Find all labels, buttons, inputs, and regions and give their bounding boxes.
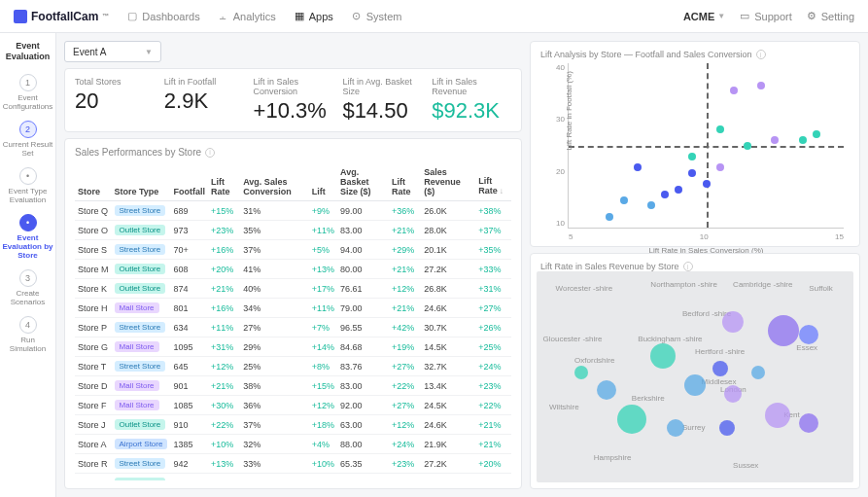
info-icon[interactable]: i [756, 50, 766, 59]
table-row[interactable]: Store N Outlet Store 828 +18% 29% +9% 74… [75, 474, 511, 481]
table-row[interactable]: Store T Street Store 645 +12% 25% +8% 83… [75, 357, 511, 376]
data-point[interactable] [757, 82, 765, 89]
data-point[interactable] [799, 136, 807, 144]
data-point[interactable] [744, 142, 751, 150]
setting-link[interactable]: ⚙ Setting [806, 11, 854, 22]
info-icon[interactable]: i [683, 262, 693, 271]
column-header[interactable]: Lift Rate [389, 163, 421, 201]
table-row[interactable]: Store M Outlet Store 608 +20% 41% +13% 8… [75, 260, 511, 279]
cell-type: Mall Store [112, 337, 171, 357]
map-canvas[interactable]: Worcester -shireNorthampton -shireCambri… [537, 271, 853, 482]
map-bubble[interactable] [574, 366, 588, 379]
cell-lift-rate: +16% [208, 240, 240, 260]
table-row[interactable]: Store H Mall Store 801 +16% 34% +11% 79.… [75, 299, 511, 318]
data-point[interactable] [730, 87, 738, 94]
table-row[interactable]: Store P Street Store 634 +11% 27% +7% 96… [75, 318, 511, 337]
map-bubble[interactable] [768, 315, 799, 346]
cell-lift-rate-2: +27% [389, 357, 421, 376]
nav-apps[interactable]: ▦ Apps [294, 11, 333, 22]
data-point[interactable] [620, 196, 628, 204]
column-header[interactable]: Store Type [112, 163, 171, 201]
data-point[interactable] [716, 125, 724, 133]
column-header[interactable]: Lift [309, 163, 337, 201]
table-row[interactable]: Store G Mall Store 1095 +31% 29% +14% 84… [75, 337, 511, 357]
map-bubble[interactable] [799, 325, 818, 344]
table-row[interactable]: Store R Street Store 942 +13% 33% +10% 6… [75, 454, 511, 474]
data-point[interactable] [703, 180, 711, 188]
table-scroll[interactable]: StoreStore TypeFootfallLift RateAvg. Sal… [75, 163, 511, 480]
table-row[interactable]: Store A Airport Store 1385 +10% 32% +4% … [75, 435, 511, 454]
sidebar-step-create-scenarios[interactable]: 3 Create Scenarios [0, 266, 55, 310]
table-row[interactable]: Store F Mall Store 1085 +30% 36% +12% 92… [75, 396, 511, 415]
map-bubble[interactable] [667, 419, 684, 437]
logo-icon [14, 10, 27, 23]
nav-dashboards[interactable]: ▢ Dashboards [126, 11, 199, 22]
sidebar-step-configurations[interactable]: 1 Event Configurations [0, 70, 55, 115]
column-header[interactable]: Sales Revenue ($) [421, 163, 475, 201]
data-point[interactable] [688, 169, 696, 177]
cell-revenue: 26.0K [421, 201, 475, 221]
sidebar-step-event-type[interactable]: • Event Type Evaluation [0, 163, 55, 208]
column-header[interactable]: Lift Rate↓ [475, 163, 511, 201]
map-region-label: Hampshire [594, 453, 632, 462]
cell-footfall: 70+ [170, 240, 208, 260]
column-header[interactable]: Avg. Sales Conversion [240, 163, 309, 201]
table-row[interactable]: Store K Outlet Store 874 +21% 40% +17% 7… [75, 279, 511, 299]
topbar: FootfallCam™ ▢ Dashboards ⫠ Analytics ▦ … [0, 0, 868, 33]
cell-conversion: 29% [240, 474, 309, 481]
map-bubble[interactable] [650, 343, 676, 369]
cell-lift-rate-2: +12% [389, 415, 421, 435]
table-row[interactable]: Store S Street Store 70+ +16% 37% +5% 94… [75, 240, 511, 260]
nav-analytics[interactable]: ⫠ Analytics [218, 11, 276, 22]
sidebar-step-run-simulation[interactable]: 4 Run Simulation [0, 312, 55, 357]
data-point[interactable] [813, 130, 820, 138]
cell-footfall: 828 [170, 474, 208, 481]
data-point[interactable] [716, 163, 724, 171]
map-bubble[interactable] [719, 420, 735, 436]
map-bubble[interactable] [684, 374, 706, 396]
cell-lift-rate-2: +15% [389, 474, 421, 481]
map-bubble[interactable] [712, 361, 728, 376]
table-row[interactable]: Store O Outlet Store 973 +23% 35% +11% 8… [75, 221, 511, 240]
event-selector[interactable]: Event A ▼ [64, 41, 161, 62]
info-icon[interactable]: i [205, 148, 215, 158]
cell-lift-rate-3: +26% [475, 318, 511, 337]
step-label: Event Configurations [2, 93, 53, 111]
cell-lift: +13% [309, 260, 337, 279]
map-bubble[interactable] [799, 413, 818, 433]
column-header[interactable]: Lift Rate [208, 163, 240, 201]
x-axis-ticks: 51015 [569, 232, 844, 241]
data-point[interactable] [688, 153, 696, 160]
cell-revenue: 13.4K [421, 376, 475, 396]
column-header[interactable]: Avg. Basket Size ($) [337, 163, 389, 201]
table-row[interactable]: Store D Mall Store 901 +21% 38% +15% 83.… [75, 376, 511, 396]
map-bubble[interactable] [617, 405, 646, 434]
nav-system[interactable]: ⊙ System [351, 11, 402, 22]
data-point[interactable] [661, 191, 669, 198]
org-switcher[interactable]: ACME ▼ [683, 11, 725, 22]
map-bubble[interactable] [722, 311, 744, 333]
sidebar-step-result-set[interactable]: 2 Current Result Set [0, 117, 55, 161]
data-point[interactable] [634, 163, 642, 171]
data-point[interactable] [675, 186, 682, 194]
table-row[interactable]: Store J Outlet Store 910 +22% 37% +18% 6… [75, 415, 511, 435]
map-bubble[interactable] [751, 366, 765, 379]
support-link[interactable]: ▭ Support [739, 11, 792, 22]
cell-lift-rate-3: +20% [475, 454, 511, 474]
kpi-label: Lift in Footfall [164, 77, 244, 87]
map-bubble[interactable] [597, 380, 616, 400]
map-bubble[interactable] [765, 403, 790, 428]
column-header[interactable]: Footfall [170, 163, 208, 201]
column-header[interactable]: Store [75, 163, 112, 201]
cell-lift-rate: +31% [208, 337, 240, 357]
table-row[interactable]: Store Q Street Store 689 +15% 31% +9% 99… [75, 201, 511, 221]
step-label: Event Evaluation by Store [2, 233, 53, 260]
step-number: 1 [19, 74, 37, 91]
map-region-label: Buckingham -shire [638, 335, 702, 343]
sidebar-step-event-by-store[interactable]: • Event Evaluation by Store [0, 210, 55, 264]
map-bubble[interactable] [724, 385, 742, 403]
data-point[interactable] [647, 201, 655, 209]
data-point[interactable] [606, 213, 613, 221]
data-point[interactable] [771, 136, 779, 144]
store-type-tag: Airport Store [115, 439, 168, 449]
